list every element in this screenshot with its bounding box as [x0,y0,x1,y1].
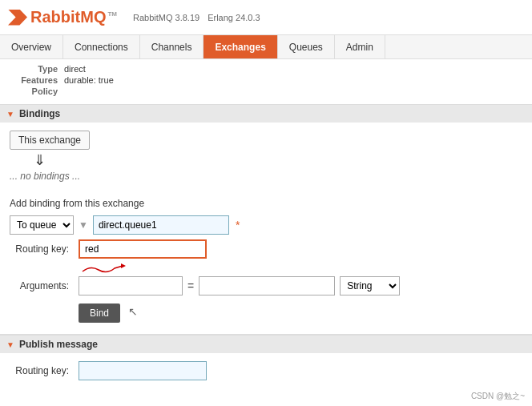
arguments-value-input[interactable] [199,276,335,295]
to-queue-row: To queue ▼ * [10,215,522,235]
no-bindings-text: ... no bindings ... [10,171,522,182]
features-value: durable: true [64,75,114,85]
logo-mq: MQ [80,8,106,26]
logo-tm: TM [107,10,117,18]
nav-connections[interactable]: Connections [63,35,140,58]
app-header: RabbitMQTM RabbitMQ 3.8.19 Erlang 24.0.3 [0,0,532,35]
this-exchange-label: This exchange [10,131,90,150]
arguments-label: Arguments: [10,280,74,291]
nav-exchanges[interactable]: Exchanges [204,35,277,58]
nav-overview[interactable]: Overview [0,35,63,58]
cursor-icon: ↖ [128,305,138,318]
features-label: Features [8,75,64,85]
required-star: * [236,219,240,231]
type-row: Type direct [8,64,524,74]
publish-routing-key-label: Routing key: [10,365,74,376]
to-queue-select[interactable]: To queue [10,215,74,235]
version-info: RabbitMQ 3.8.19 Erlang 24.0.3 [133,13,260,22]
publish-section: ▼ Publish message Routing key: [0,334,532,393]
publish-collapse-arrow: ▼ [6,340,14,349]
arguments-type-select[interactable]: String Number Boolean List [340,276,400,295]
publish-routing-key-input[interactable] [79,361,207,380]
erlang-version: Erlang 24.0.3 [208,13,260,22]
routing-key-row: Routing key: [10,239,522,259]
squiggle-arrow [79,262,127,275]
this-exchange-box: This exchange [10,131,522,153]
publish-title: Publish message [19,339,98,350]
svg-marker-0 [121,263,126,268]
rabbitmq-logo-icon [8,10,27,26]
add-binding-form: Add binding from this exchange To queue … [0,190,532,331]
bindings-title: Bindings [19,108,60,119]
arguments-key-input[interactable] [79,276,183,295]
add-binding-title: Add binding from this exchange [10,198,522,209]
binding-down-arrow: ⇓ [34,153,522,167]
arguments-row: Arguments: = String Number Boolean List [10,276,522,295]
watermark: CSDN @勉之~ [469,390,527,403]
queue-name-input[interactable] [93,215,229,235]
publish-header[interactable]: ▼ Publish message [0,336,532,353]
rabbitmq-version: RabbitMQ 3.8.19 [133,13,200,22]
routing-key-input[interactable] [79,239,207,259]
features-row: Features durable: true [8,75,524,85]
nav-queues[interactable]: Queues [278,35,335,58]
bindings-section: ▼ Bindings This exchange ⇓ ... no bindin… [0,104,532,190]
logo: RabbitMQTM [8,8,117,26]
publish-body: Routing key: [0,353,532,393]
type-value: direct [64,64,86,74]
bindings-header[interactable]: ▼ Bindings [0,105,532,123]
exchange-info: Type direct Features durable: true Polic… [0,59,532,101]
logo-text: RabbitMQTM [30,8,117,26]
bindings-collapse-arrow: ▼ [6,110,14,119]
logo-rabbit: Rabbit [30,8,80,26]
routing-key-label: Routing key: [10,243,74,255]
policy-label: Policy [8,86,64,96]
main-nav: Overview Connections Channels Exchanges … [0,35,532,59]
equals-sign: = [187,279,194,292]
type-label: Type [8,64,64,74]
policy-row: Policy [8,86,524,96]
queue-separator: ▼ [79,219,88,231]
bindings-body: This exchange ⇓ ... no bindings ... [0,123,532,190]
bind-button[interactable]: Bind [79,303,120,323]
nav-channels[interactable]: Channels [140,35,204,58]
bind-button-row: Bind ↖ [10,300,522,323]
publish-routing-key-row: Routing key: [10,361,522,380]
page-content: Type direct Features durable: true Polic… [0,59,532,406]
nav-admin[interactable]: Admin [335,35,385,58]
